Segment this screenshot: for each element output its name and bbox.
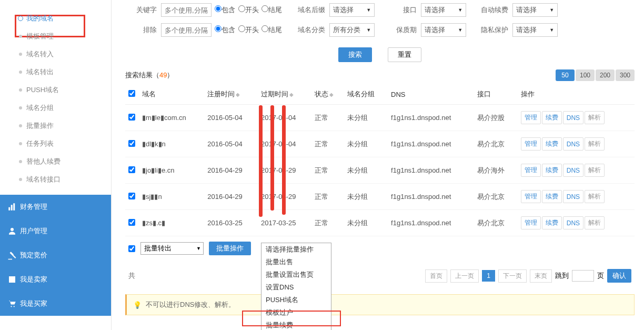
dropdown-option[interactable]: 模板过户 xyxy=(261,306,331,319)
sidebar-item-push-domain[interactable]: PUSH域名 xyxy=(0,81,111,99)
op-renew[interactable]: 续费 xyxy=(542,137,562,151)
op-renew[interactable]: 续费 xyxy=(542,164,562,177)
pager-jump-input[interactable] xyxy=(572,270,594,282)
page-size-100[interactable]: 100 xyxy=(576,69,595,81)
filter-privacy-select[interactable]: 请选择 xyxy=(512,23,558,37)
row-checkbox[interactable] xyxy=(128,140,135,147)
cart-icon xyxy=(7,299,17,308)
pager-confirm-button[interactable]: 确认 xyxy=(607,269,631,283)
sidebar-item-domain-group[interactable]: 域名分组 xyxy=(0,99,111,117)
op-renew[interactable]: 续费 xyxy=(542,216,562,229)
op-resolve[interactable]: 解析 xyxy=(585,190,605,203)
radio-ex-end[interactable] xyxy=(261,25,268,32)
sidebar-item-label: 我的域名 xyxy=(26,14,54,23)
cell-dns: f1g1ns1.dnspod.net xyxy=(388,105,474,131)
filter-suffix-label: 域名后缀 xyxy=(294,5,325,15)
dropdown-option[interactable]: PUSH域名 xyxy=(261,294,331,306)
pager: 首页 上一页 1 下一页 末页 跳到 页 确认 xyxy=(425,269,631,283)
filter-exclude-input[interactable] xyxy=(161,23,212,37)
search-button[interactable]: 搜索 xyxy=(338,47,372,62)
row-checkbox[interactable] xyxy=(128,166,135,173)
op-dns[interactable]: DNS xyxy=(563,111,583,124)
sidebar-item-renew-others[interactable]: 替他人续费 xyxy=(0,153,111,171)
op-resolve[interactable]: 解析 xyxy=(585,137,605,151)
dropdown-option[interactable]: 批量设置出售页 xyxy=(261,268,331,281)
op-resolve[interactable]: 解析 xyxy=(585,164,605,177)
filter-protection-select[interactable]: 请选择 xyxy=(421,23,466,37)
dropdown-option[interactable]: 批量续费 xyxy=(261,319,331,330)
sidebar-item-domain-out[interactable]: 域名转出 xyxy=(0,63,111,81)
row-checkbox[interactable] xyxy=(128,114,135,121)
sidebar-main-user[interactable]: 用户管理 xyxy=(0,219,111,243)
radio-start[interactable] xyxy=(238,5,245,12)
filter-keyword-input[interactable] xyxy=(161,3,212,17)
op-dns[interactable]: DNS xyxy=(563,216,583,229)
th-exptime[interactable]: 过期时间◆ xyxy=(258,84,311,105)
op-renew[interactable]: 续费 xyxy=(542,111,562,124)
filter-iface-select[interactable]: 请选择 xyxy=(421,3,466,17)
radio-contain[interactable] xyxy=(215,5,222,12)
op-dns[interactable]: DNS xyxy=(563,137,583,151)
th-iface: 接口 xyxy=(474,84,518,105)
cell-dns: f1g1ns1.dnspod.net xyxy=(388,210,474,236)
sidebar-main-finance[interactable]: 财务管理 xyxy=(0,195,111,219)
sidebar-item-label: 域名转接口 xyxy=(26,175,61,184)
cell-iface: 易介北京 xyxy=(474,210,518,236)
op-manage[interactable]: 管理 xyxy=(521,111,541,124)
sidebar-main-buyer[interactable]: 我是买家 xyxy=(0,292,111,316)
radio-ex-contain[interactable] xyxy=(215,25,222,32)
dropdown-option[interactable]: 批量出售 xyxy=(261,256,331,268)
pager-prev[interactable]: 上一页 xyxy=(450,269,479,283)
radio-ex-start[interactable] xyxy=(238,25,245,32)
sidebar-item-my-domains[interactable]: 我的域名 xyxy=(0,9,111,27)
bulb-icon: 💡 xyxy=(133,301,142,309)
row-checkbox[interactable] xyxy=(128,193,135,199)
th-status[interactable]: 状态◆ xyxy=(311,84,344,105)
row-checkbox[interactable] xyxy=(128,219,135,226)
batch-dropdown-menu: 请选择批量操作 批量出售 批量设置出售页 设置DNS PUSH域名 模板过户 批… xyxy=(261,243,331,330)
op-resolve[interactable]: 解析 xyxy=(585,111,605,124)
filter-autorenew-select[interactable]: 请选择 xyxy=(512,3,558,17)
cell-regtime: 2016-05-04 xyxy=(204,105,258,131)
dropdown-option[interactable]: 请选择批量操作 xyxy=(261,243,331,256)
op-manage[interactable]: 管理 xyxy=(521,164,541,177)
pager-current[interactable]: 1 xyxy=(482,270,495,282)
op-resolve[interactable]: 解析 xyxy=(585,216,605,229)
sidebar-main-auction[interactable]: 预定竞价 xyxy=(0,243,111,267)
op-manage[interactable]: 管理 xyxy=(521,190,541,203)
sidebar-item-domain-iface[interactable]: 域名转接口 xyxy=(0,171,111,188)
chart-icon xyxy=(7,202,17,212)
th-ops: 操作 xyxy=(518,84,635,105)
sidebar-item-template-manage[interactable]: 模板管理 xyxy=(0,27,111,45)
op-dns[interactable]: DNS xyxy=(563,190,583,203)
filter-group-select[interactable]: 所有分类 xyxy=(329,23,375,37)
th-regtime[interactable]: 注册时间◆ xyxy=(204,84,258,105)
radio-end[interactable] xyxy=(261,5,268,12)
batch-checkbox-all[interactable] xyxy=(128,245,135,252)
main-content: 关键字 包含 开头 结尾 域名后缀 请选择 接口 请选择 自动续费 请选择 xyxy=(112,0,644,330)
op-manage[interactable]: 管理 xyxy=(521,137,541,151)
page-size-300[interactable]: 300 xyxy=(616,69,635,81)
sidebar-main-seller[interactable]: 我是卖家 xyxy=(0,267,111,292)
cell-exptime: 2017-05-04 xyxy=(258,105,311,131)
filter-autorenew-label: 自动续费 xyxy=(477,5,508,15)
reset-button[interactable]: 重置 xyxy=(388,47,421,62)
filter-suffix-select[interactable]: 请选择 xyxy=(329,3,375,17)
sidebar-item-domain-in[interactable]: 域名转入 xyxy=(0,45,111,63)
pager-next[interactable]: 下一页 xyxy=(498,269,527,283)
op-dns[interactable]: DNS xyxy=(563,164,583,177)
checkbox-all[interactable] xyxy=(128,90,135,97)
op-renew[interactable]: 续费 xyxy=(542,190,562,203)
batch-select[interactable]: 批量转出 xyxy=(140,242,204,255)
sidebar-item-batch-ops[interactable]: 批量操作 xyxy=(0,117,111,135)
dropdown-option[interactable]: 设置DNS xyxy=(261,281,331,294)
notice-text: 不可以进行DNS修改、解析。 xyxy=(146,300,235,309)
page-size-200[interactable]: 200 xyxy=(596,69,615,81)
pager-first[interactable]: 首页 xyxy=(425,269,447,283)
sidebar-item-task-list[interactable]: 任务列表 xyxy=(0,135,111,153)
pager-last[interactable]: 末页 xyxy=(530,269,552,283)
op-manage[interactable]: 管理 xyxy=(521,216,541,229)
cell-regtime: 2016-04-29 xyxy=(204,157,258,184)
batch-action-button[interactable]: 批量操作 xyxy=(209,242,251,255)
page-size-50[interactable]: 50 xyxy=(556,69,575,81)
